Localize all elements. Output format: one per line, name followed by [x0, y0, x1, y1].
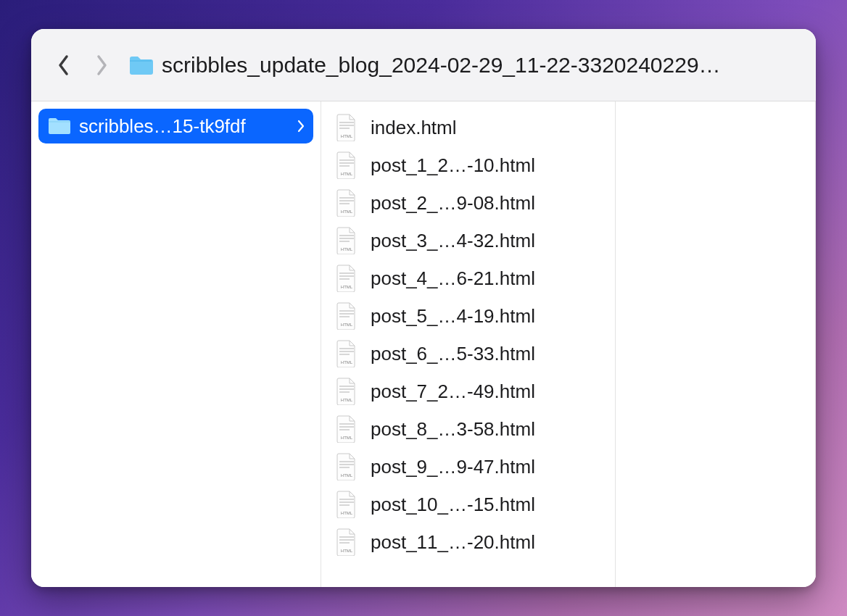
svg-text:HTML: HTML [341, 134, 353, 138]
svg-text:HTML: HTML [341, 209, 353, 214]
file-name: post_11_…-20.html [371, 531, 535, 554]
file-item[interactable]: HTML post_2_…9-08.html [326, 184, 611, 222]
svg-rect-45 [339, 539, 354, 541]
svg-rect-38 [339, 467, 350, 468]
svg-rect-22 [339, 316, 350, 317]
toolbar: scribbles_update_blog_2024-02-29_11-22-3… [31, 29, 816, 101]
html-file-icon: HTML [336, 340, 358, 367]
chevron-right-icon [297, 120, 305, 133]
svg-rect-40 [339, 499, 354, 500]
html-file-icon: HTML [336, 227, 358, 254]
svg-rect-46 [339, 542, 350, 544]
html-file-icon: HTML [336, 491, 358, 518]
forward-button[interactable] [89, 53, 114, 78]
folder-item-selected[interactable]: scribbles…15-tk9fdf [38, 109, 313, 143]
svg-rect-0 [339, 122, 354, 123]
nav-buttons [51, 53, 114, 78]
column-1[interactable]: scribbles…15-tk9fdf [31, 101, 321, 587]
svg-rect-13 [339, 238, 354, 239]
svg-rect-8 [339, 197, 354, 199]
html-file-icon: HTML [336, 302, 358, 330]
file-name: post_8_…3-58.html [371, 418, 535, 441]
file-item[interactable]: HTML post_8_…3-58.html [326, 410, 611, 448]
svg-text:HTML: HTML [341, 436, 353, 440]
svg-rect-36 [339, 461, 354, 462]
svg-text:HTML: HTML [341, 473, 353, 478]
folder-icon [47, 117, 72, 136]
html-file-icon: HTML [336, 265, 358, 292]
svg-rect-32 [339, 423, 354, 425]
svg-rect-16 [339, 272, 354, 274]
file-item[interactable]: HTML post_4_…6-21.html [326, 259, 611, 297]
column-3[interactable] [616, 101, 816, 587]
svg-text:HTML: HTML [341, 398, 353, 402]
file-item[interactable]: HTML post_11_…-20.html [326, 523, 611, 561]
svg-rect-18 [339, 278, 350, 280]
svg-rect-1 [339, 125, 354, 126]
window-title: scribbles_update_blog_2024-02-29_11-22-3… [162, 53, 721, 78]
html-file-icon: HTML [336, 453, 358, 480]
svg-rect-5 [339, 162, 354, 164]
svg-text:HTML: HTML [341, 549, 353, 553]
svg-text:HTML: HTML [341, 511, 353, 515]
title-area: scribbles_update_blog_2024-02-29_11-22-3… [128, 53, 796, 78]
file-item[interactable]: HTML post_1_2…-10.html [326, 146, 611, 184]
svg-rect-24 [339, 348, 354, 349]
columns-view: scribbles…15-tk9fdf HTML index.html HTML… [31, 101, 816, 587]
file-name: post_7_2…-49.html [371, 380, 535, 403]
svg-text:HTML: HTML [341, 322, 353, 327]
html-file-icon: HTML [336, 415, 358, 443]
file-item[interactable]: HTML post_7_2…-49.html [326, 372, 611, 410]
svg-rect-6 [339, 165, 350, 167]
column-2[interactable]: HTML index.html HTML post_1_2…-10.html H… [321, 101, 616, 587]
file-item[interactable]: HTML post_10_…-15.html [326, 486, 611, 523]
svg-rect-26 [339, 354, 350, 355]
file-name: post_5_…4-19.html [371, 305, 535, 328]
svg-rect-21 [339, 313, 354, 315]
folder-icon [128, 55, 153, 75]
file-item[interactable]: HTML post_9_…9-47.html [326, 448, 611, 486]
svg-rect-29 [339, 388, 354, 390]
html-file-icon: HTML [336, 528, 358, 556]
svg-text:HTML: HTML [341, 360, 353, 365]
file-name: post_6_…5-33.html [371, 343, 535, 365]
svg-rect-42 [339, 504, 350, 506]
html-file-icon: HTML [336, 151, 358, 179]
file-name: post_3_…4-32.html [371, 230, 535, 252]
file-name: post_2_…9-08.html [371, 192, 535, 215]
svg-rect-12 [339, 235, 354, 236]
svg-rect-30 [339, 391, 350, 393]
svg-rect-34 [339, 429, 350, 430]
svg-rect-10 [339, 203, 350, 204]
back-button[interactable] [51, 53, 76, 78]
file-name: post_1_2…-10.html [371, 154, 535, 177]
svg-rect-41 [339, 501, 354, 503]
html-file-icon: HTML [336, 378, 358, 405]
chevron-right-icon [95, 54, 108, 76]
svg-rect-25 [339, 351, 354, 352]
file-item[interactable]: HTML post_5_…4-19.html [326, 297, 611, 335]
html-file-icon: HTML [336, 189, 358, 217]
folder-item-label: scribbles…15-tk9fdf [79, 115, 246, 138]
svg-rect-20 [339, 310, 354, 312]
svg-rect-4 [339, 159, 354, 161]
file-name: post_4_…6-21.html [371, 267, 535, 290]
file-item[interactable]: HTML index.html [326, 109, 611, 146]
file-name: post_10_…-15.html [371, 494, 535, 516]
svg-rect-9 [339, 200, 354, 201]
file-item[interactable]: HTML post_3_…4-32.html [326, 222, 611, 259]
finder-window: scribbles_update_blog_2024-02-29_11-22-3… [31, 29, 816, 587]
svg-text:HTML: HTML [341, 247, 353, 251]
svg-rect-33 [339, 426, 354, 428]
svg-text:HTML: HTML [341, 172, 353, 176]
svg-rect-44 [339, 536, 354, 538]
svg-rect-37 [339, 464, 354, 465]
svg-text:HTML: HTML [341, 285, 353, 289]
svg-rect-17 [339, 275, 354, 277]
svg-rect-14 [339, 241, 350, 242]
chevron-left-icon [57, 54, 70, 76]
file-item[interactable]: HTML post_6_…5-33.html [326, 335, 611, 372]
svg-rect-28 [339, 386, 354, 387]
svg-rect-2 [339, 128, 350, 129]
file-name: index.html [371, 117, 457, 139]
